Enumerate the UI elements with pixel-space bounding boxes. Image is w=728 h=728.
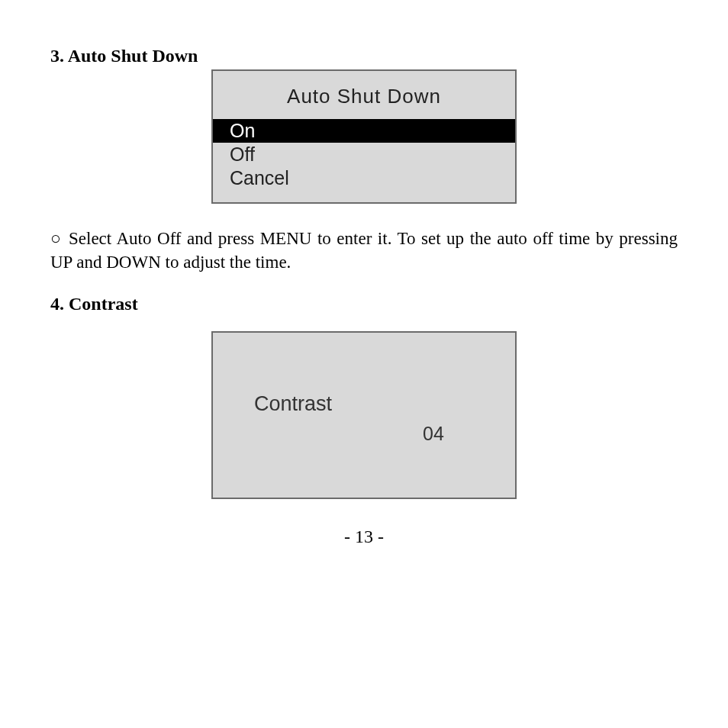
section-3-instruction: ○Select Auto Off and press MENU to enter… [50,227,678,274]
instruction-text: Select Auto Off and press MENU to enter … [50,229,678,272]
section-4-heading: 4. Contrast [50,294,678,314]
menu-item-on[interactable]: On [213,119,515,143]
section-3-heading: 3. Auto Shut Down [50,46,678,66]
contrast-value: 04 [423,423,444,445]
menu-item-off[interactable]: Off [213,143,515,166]
auto-shut-down-menu-title: Auto Shut Down [213,71,515,119]
instruction-bullet-icon: ○ [50,227,69,250]
contrast-label: Contrast [254,392,332,416]
menu-bottom-spacer [213,190,515,202]
menu-item-cancel[interactable]: Cancel [213,166,515,190]
page-number: - 13 - [50,527,678,547]
contrast-panel: Contrast 04 [211,331,517,499]
auto-shut-down-menu: Auto Shut Down On Off Cancel [211,69,517,204]
